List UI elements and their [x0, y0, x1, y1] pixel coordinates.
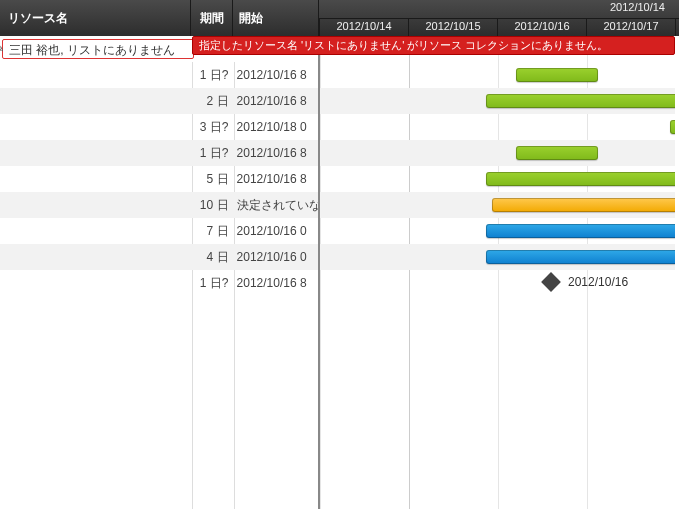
start-cell[interactable]: 2012/10/16 0	[233, 250, 318, 264]
timeline-row[interactable]	[320, 114, 675, 140]
duration-cell[interactable]: 1 日?	[191, 275, 233, 292]
duration-cell[interactable]: 4 日	[191, 249, 233, 266]
start-cell[interactable]: 2012/10/16 0	[233, 224, 318, 238]
duration-cell[interactable]: 7 日	[191, 223, 233, 240]
table-row[interactable]: 2 日 2012/10/16 8	[0, 88, 318, 114]
header-start[interactable]: 開始	[233, 0, 319, 36]
timeline-row[interactable]	[320, 192, 675, 218]
duration-cell[interactable]: 5 日	[191, 171, 233, 188]
duration-cell[interactable]: 1 日?	[191, 145, 233, 162]
milestone-icon[interactable]	[541, 272, 561, 292]
header-duration[interactable]: 期間	[191, 0, 233, 36]
start-cell[interactable]: 2012/10/16 8	[233, 94, 318, 108]
timeline-row[interactable]	[320, 218, 675, 244]
gantt-bar[interactable]	[486, 172, 675, 186]
gantt-bar[interactable]	[670, 120, 675, 134]
day-header[interactable]: 2012/10/14	[319, 19, 408, 37]
start-cell[interactable]: 2012/10/16 8	[233, 146, 318, 160]
milestone-label: 2012/10/16	[568, 275, 628, 289]
day-header[interactable]: 2012/10/16	[497, 19, 586, 37]
gantt-window: リソース名 期間 開始 2012/10/14 2012/10/14 2012/1…	[0, 0, 683, 517]
table-row[interactable]: 5 日 2012/10/16 8	[0, 166, 318, 192]
start-cell[interactable]: 決定されていな	[233, 197, 318, 214]
week-label: 2012/10/14	[319, 0, 679, 18]
timeline-row[interactable]	[320, 62, 675, 88]
gantt-bar[interactable]	[486, 94, 675, 108]
timeline-row[interactable]	[320, 166, 675, 192]
timeline-header: 2012/10/14 2012/10/14 2012/10/15 2012/10…	[319, 0, 679, 36]
timeline-grid[interactable]: 2012/10/16	[320, 36, 675, 509]
timeline-row[interactable]: 2012/10/16	[320, 270, 675, 296]
timeline-row[interactable]	[320, 140, 675, 166]
duration-cell[interactable]: 2 日	[191, 93, 233, 110]
timeline-header-bottom: 2012/10/14 2012/10/15 2012/10/16 2012/10…	[319, 19, 679, 37]
table-row[interactable]: 10 日 決定されていな	[0, 192, 318, 218]
day-header[interactable]: 2012/10/17	[586, 19, 675, 37]
gantt-bar[interactable]	[486, 250, 675, 264]
duration-cell[interactable]: 10 日	[191, 197, 233, 214]
duration-cell[interactable]: 3 日?	[191, 119, 233, 136]
gantt-bar[interactable]	[516, 68, 598, 82]
table-row[interactable]: 1 日? 2012/10/16 8	[0, 62, 318, 88]
pencil-icon: ✎	[0, 42, 4, 55]
table-row[interactable]: 3 日? 2012/10/18 0	[0, 114, 318, 140]
timeline-row[interactable]	[320, 244, 675, 270]
gantt-inner: リソース名 期間 開始 2012/10/14 2012/10/14 2012/1…	[0, 0, 679, 513]
error-banner: 指定したリソース名 'リストにありません' がリソース コレクションにありません…	[192, 36, 675, 55]
table-row[interactable]: 7 日 2012/10/16 0	[0, 218, 318, 244]
column-header: リソース名 期間 開始 2012/10/14 2012/10/14 2012/1…	[0, 0, 679, 36]
table-row[interactable]: 1 日? 2012/10/16 8	[0, 140, 318, 166]
left-grid: ✎ 三田 裕也, リストにありません 1 日? 2012/10/16 8 2 日…	[0, 36, 320, 509]
gantt-bar[interactable]	[486, 224, 675, 238]
day-header-overflow	[675, 19, 679, 37]
start-cell[interactable]: 2012/10/16 8	[233, 172, 318, 186]
table-row[interactable]: 4 日 2012/10/16 0	[0, 244, 318, 270]
resource-cell-editing[interactable]: 三田 裕也, リストにありません	[2, 39, 194, 59]
timeline-header-top: 2012/10/14	[319, 0, 679, 19]
timeline-row[interactable]	[320, 88, 675, 114]
duration-cell[interactable]: 1 日?	[191, 67, 233, 84]
start-cell[interactable]: 2012/10/16 8	[233, 276, 318, 290]
start-cell[interactable]: 2012/10/18 0	[233, 120, 318, 134]
table-row[interactable]: 1 日? 2012/10/16 8	[0, 270, 318, 296]
grid-area: ✎ 三田 裕也, リストにありません 1 日? 2012/10/16 8 2 日…	[0, 36, 675, 509]
start-cell[interactable]: 2012/10/16 8	[233, 68, 318, 82]
gantt-bar[interactable]	[492, 198, 675, 212]
header-resource[interactable]: リソース名	[0, 0, 191, 36]
day-header[interactable]: 2012/10/15	[408, 19, 497, 37]
gantt-bar[interactable]	[516, 146, 598, 160]
